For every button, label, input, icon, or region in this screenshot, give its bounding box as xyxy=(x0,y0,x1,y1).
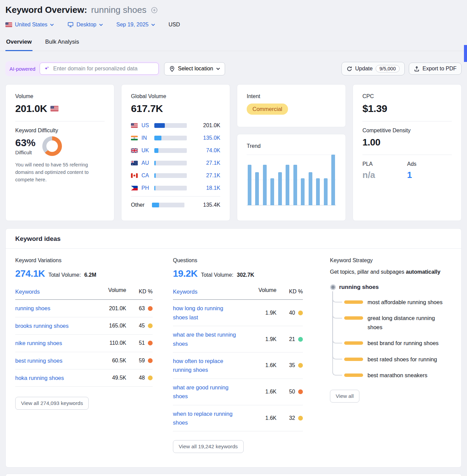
country-link[interactable]: IN xyxy=(141,135,152,141)
ca-flag-icon xyxy=(131,173,138,178)
keyword-link[interactable]: when to replace running shoes xyxy=(173,409,237,427)
subpage-label: best rated shoes for running xyxy=(368,355,445,364)
device-dropdown[interactable]: Desktop xyxy=(67,21,103,28)
global-volume-row: US201.0K xyxy=(131,119,220,132)
device-dropdown-label: Desktop xyxy=(76,22,96,28)
trend-chart xyxy=(247,155,336,205)
questions-total-value: 302.7K xyxy=(237,272,254,278)
strategy-root-node: running shoes xyxy=(330,284,452,291)
global-volume-row: UK74.0K xyxy=(131,144,220,157)
keyword-link[interactable]: what are the best running shoes xyxy=(173,330,237,348)
ai-domain-group: AI-powered xyxy=(5,61,160,76)
view-all-variations-button[interactable]: View all 274,093 keywords xyxy=(15,397,89,410)
chevron-down-icon xyxy=(99,24,103,26)
kd-level-dot xyxy=(298,363,303,368)
select-location-button[interactable]: Select location xyxy=(164,62,225,75)
questions-count: 19.2K xyxy=(173,268,198,279)
trend-bar xyxy=(278,172,282,205)
keyword-difficulty-word: Difficult xyxy=(15,150,36,155)
table-row: hoka running shoes49.5K48 xyxy=(15,369,153,387)
trend-bar xyxy=(309,172,312,205)
volume-bar-track xyxy=(154,161,187,165)
kd-level-dot xyxy=(148,376,153,380)
ai-powered-badge: AI-powered xyxy=(9,66,36,72)
keyword-link[interactable]: running shoes xyxy=(15,304,75,313)
variations-count: 274.1K xyxy=(15,268,45,279)
keyword-link[interactable]: how often to replace running shoes xyxy=(173,357,237,375)
us-flag-icon xyxy=(131,123,138,128)
variations-title: Keyword Variations xyxy=(15,257,153,264)
trend-bar xyxy=(263,165,267,205)
domain-input[interactable] xyxy=(52,65,154,72)
view-all-questions-button[interactable]: View all 19,242 keywords xyxy=(173,440,244,453)
keyword-volume: 1.6K xyxy=(237,362,276,368)
keyword-kd: 40 xyxy=(276,310,303,316)
country-link[interactable]: AU xyxy=(141,160,152,166)
trend-bar xyxy=(331,155,335,205)
update-button[interactable]: Update 9/5,000 xyxy=(341,62,405,75)
keyword-kd: 35 xyxy=(276,362,303,368)
domain-input-box[interactable] xyxy=(40,63,159,75)
country-link[interactable]: CA xyxy=(141,173,152,179)
country-volume-value[interactable]: 74.0K xyxy=(206,148,220,154)
variations-table: running shoes201.0K63brooks running shoe… xyxy=(15,300,153,387)
variations-total-label: Total Volume: xyxy=(48,272,81,278)
strategy-subpage-node: best rated shoes for running xyxy=(330,355,452,364)
global-volume-row: CA27.1K xyxy=(131,169,220,182)
kd-level-dot xyxy=(298,337,303,342)
cpc-card: CPC $1.39 Competitive Density 1.00 PLA n… xyxy=(353,84,462,221)
country-volume-value[interactable]: 18.1K xyxy=(206,185,220,191)
location-pin-icon xyxy=(169,66,175,72)
country-volume-value[interactable]: 27.1K xyxy=(206,173,220,179)
trend-bar xyxy=(316,178,320,205)
keyword-link[interactable]: hoka running shoes xyxy=(15,373,75,382)
keyword-kd: 48 xyxy=(126,375,153,381)
strategy-root-label: running shoes xyxy=(339,284,379,291)
tab-overview[interactable]: Overview xyxy=(5,37,32,51)
scrollbar-thumb[interactable] xyxy=(464,45,467,62)
volume-bar-track xyxy=(154,123,187,128)
subpage-label: most affordable running shoes xyxy=(368,298,445,307)
country-link[interactable]: US xyxy=(141,122,152,129)
country-volume-value[interactable]: 27.1K xyxy=(206,160,220,166)
tab-bulk-analysis[interactable]: Bulk Analysis xyxy=(45,37,80,51)
keyword-volume: 1.6K xyxy=(237,415,276,421)
desktop-icon xyxy=(67,21,74,28)
keyword-link[interactable]: brooks running shoes xyxy=(15,321,75,330)
other-volume-value: 135.4K xyxy=(203,202,220,208)
trend-card: Trend xyxy=(237,134,346,221)
date-dropdown[interactable]: Sep 19, 2025 xyxy=(116,22,155,28)
export-pdf-label: Export to PDF xyxy=(423,66,457,72)
sparkle-icon xyxy=(44,66,50,72)
select-location-label: Select location xyxy=(178,66,213,72)
global-volume-card: Global Volume 617.7K US201.0KIN135.0KUK7… xyxy=(121,84,230,221)
country-link[interactable]: PH xyxy=(141,185,152,191)
view-all-strategy-button[interactable]: View all xyxy=(330,390,359,403)
keyword-link[interactable]: how long do running shoes last xyxy=(173,304,237,322)
refresh-icon xyxy=(347,66,352,72)
keyword-volume: 1.9K xyxy=(237,310,276,316)
update-quota-badge: 9/5,000 xyxy=(376,65,399,72)
kd-level-dot xyxy=(298,389,303,394)
global-volume-row: AU27.1K xyxy=(131,157,220,169)
keyword-link[interactable]: nike running shoes xyxy=(15,339,75,347)
kd-level-dot xyxy=(148,358,153,363)
keyword-link[interactable]: what are good running shoes xyxy=(173,383,237,401)
difficulty-note: You will need to have 55 referring domai… xyxy=(15,161,105,183)
keyword-link[interactable]: best running shoes xyxy=(15,356,75,365)
country-link[interactable]: UK xyxy=(141,148,152,154)
country-volume-value[interactable]: 135.0K xyxy=(203,135,220,141)
global-volume-value: 617.7K xyxy=(131,103,220,114)
next-card-edge xyxy=(5,474,462,476)
add-keyword-icon[interactable] xyxy=(151,6,158,14)
strategy-title: Keyword Strategy xyxy=(330,257,452,264)
kd-level-dot xyxy=(148,306,153,311)
country-dropdown[interactable]: United States xyxy=(5,22,54,28)
global-volume-row: PH18.1K xyxy=(131,182,220,194)
country-volume-value: 201.0K xyxy=(203,122,220,129)
export-pdf-button[interactable]: Export to PDF xyxy=(409,63,462,75)
strategy-tree: running shoes most affordable running sh… xyxy=(330,284,452,380)
country-dropdown-label: United States xyxy=(15,22,47,28)
keyword-kd: 63 xyxy=(126,305,153,312)
intent-card: Intent Commercial xyxy=(237,84,346,127)
